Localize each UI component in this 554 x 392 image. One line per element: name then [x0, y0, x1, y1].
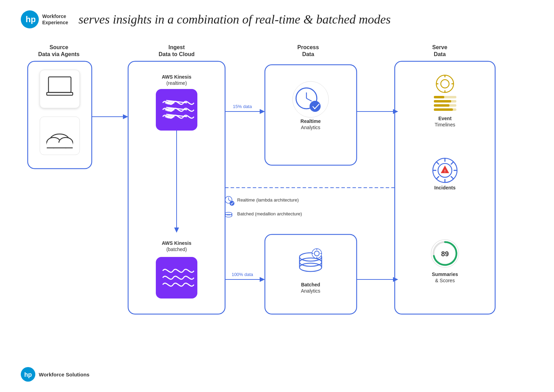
svg-point-29: [312, 249, 322, 258]
svg-text:Timelines: Timelines: [435, 122, 455, 127]
main-title: serves insights in a combination of real…: [79, 12, 391, 27]
svg-rect-48: [434, 108, 453, 111]
svg-text:Data to Cloud: Data to Cloud: [159, 51, 195, 57]
svg-text:Data: Data: [434, 51, 446, 57]
svg-text:!: !: [444, 169, 446, 173]
footer: hp Workforce Solutions: [21, 367, 89, 382]
svg-text:(batched): (batched): [166, 247, 187, 252]
rt-analytics-card: [293, 81, 329, 117]
page-container: hp Workforce Experience serves insights …: [0, 0, 554, 392]
diagram-svg: Source Data via Agents Ingest Data to Cl…: [21, 39, 533, 337]
serve-header: Serve: [432, 44, 447, 50]
process-header: Process: [297, 44, 319, 50]
incidents-label: Incidents: [434, 185, 456, 190]
svg-marker-17: [260, 109, 265, 114]
svg-text:hp: hp: [24, 371, 32, 378]
main-diagram: Source Data via Agents Ingest Data to Cl…: [21, 39, 533, 337]
svg-text:Data via Agents: Data via Agents: [38, 51, 80, 57]
hp-logo-circle: hp: [21, 10, 39, 28]
legend-rt-text: Realtime (lambda architecture): [237, 197, 299, 203]
svg-rect-11: [47, 143, 73, 148]
svg-line-67: [229, 200, 231, 201]
svg-text:Analytics: Analytics: [301, 288, 320, 294]
svg-text:Data: Data: [302, 51, 314, 57]
svg-point-22: [310, 101, 321, 112]
cloud-card: [40, 117, 80, 155]
summaries-label: Summaries: [432, 271, 458, 277]
svg-rect-42: [434, 96, 444, 98]
svg-marker-18: [260, 277, 265, 282]
svg-point-69: [225, 214, 232, 217]
svg-text:Analytics: Analytics: [301, 125, 320, 130]
svg-point-68: [230, 201, 234, 206]
legend-batch-text: Batched (medallion architecture): [237, 211, 302, 216]
svg-rect-44: [434, 100, 451, 103]
svg-text:(realtime): (realtime): [166, 80, 187, 86]
source-header: Source: [50, 44, 68, 50]
footer-text: Workforce Solutions: [39, 372, 89, 377]
kinesis-rt-card: [156, 89, 197, 131]
hp-logo-text: Workforce Experience: [42, 13, 68, 26]
rt-analytics-label: Realtime: [301, 118, 321, 124]
header: hp Workforce Experience serves insights …: [21, 10, 533, 28]
footer-hp-logo: hp: [21, 367, 35, 382]
kinesis-batch-label: AWS Kinesis: [162, 240, 191, 246]
svg-rect-46: [434, 104, 449, 107]
event-timelines-label: Event: [438, 116, 452, 121]
svg-text:hp: hp: [26, 15, 35, 24]
kinesis-batch-card: [156, 257, 197, 299]
kinesis-rt-label: AWS Kinesis: [162, 74, 191, 80]
svg-text:& Scores: & Scores: [435, 278, 455, 283]
label-15pct: 15% data: [233, 104, 252, 109]
label-100pct: 100% data: [232, 272, 253, 277]
batch-analytics-label: Batched: [301, 282, 320, 287]
process-batch-box: [265, 234, 357, 314]
laptop-card: [40, 70, 80, 108]
svg-marker-13: [123, 114, 128, 119]
hp-logo: hp Workforce Experience: [21, 10, 68, 28]
svg-text:89: 89: [441, 250, 449, 258]
ingest-header: Ingest: [168, 44, 185, 50]
